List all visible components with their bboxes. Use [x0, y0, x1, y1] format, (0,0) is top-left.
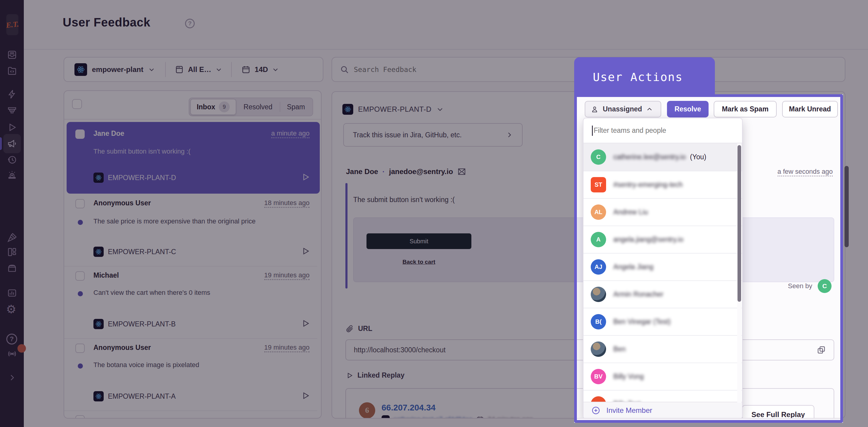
user-feedback-page: E.T. ⚙ ? User Feedback ? empower-plant [0, 0, 868, 427]
spotlight-border [574, 94, 843, 423]
dim-overlay-bottom [0, 423, 868, 427]
dim-overlay-right [843, 94, 868, 423]
dim-overlay-left [0, 94, 574, 423]
spotlight-label-text: User Actions [593, 70, 683, 84]
spotlight-label: User Actions [574, 57, 715, 97]
dim-overlay-top [0, 0, 868, 94]
